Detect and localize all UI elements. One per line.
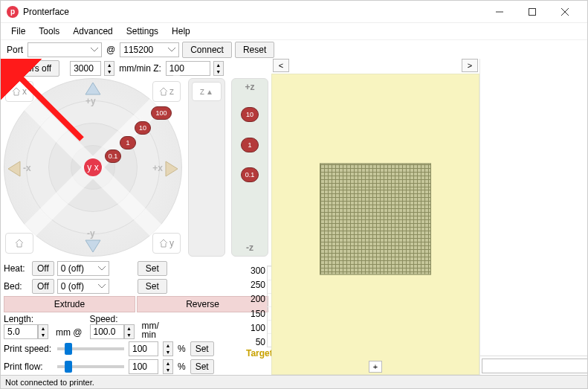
dist-1[interactable]: 1 bbox=[120, 136, 136, 150]
print-speed-input[interactable] bbox=[129, 341, 158, 356]
plus-x-arrow-icon bbox=[163, 160, 179, 178]
heat-label: Heat: bbox=[4, 263, 29, 274]
z-control-column[interactable]: +z 10 1 0.1 -z bbox=[231, 78, 268, 257]
plus-y-arrow-icon bbox=[84, 81, 102, 97]
svg-rect-1 bbox=[529, 8, 536, 15]
statusbar: Not connected to printer. bbox=[1, 375, 587, 388]
minus-y-arrow-icon bbox=[84, 237, 102, 254]
bed-set-button[interactable]: Set bbox=[138, 279, 167, 294]
home-y-button[interactable]: y bbox=[152, 233, 181, 254]
print-speed-spinner[interactable]: ▲▼ bbox=[163, 341, 173, 356]
plus-y-label: +y bbox=[85, 96, 96, 106]
app-icon: p bbox=[7, 6, 19, 18]
z-feedrate-spinner[interactable]: ▲▼ bbox=[213, 61, 224, 76]
plus-x-label: +x bbox=[152, 163, 163, 173]
layer-next-button[interactable]: > bbox=[462, 59, 478, 72]
length-input[interactable] bbox=[4, 324, 38, 339]
print-speed-slider[interactable] bbox=[57, 347, 124, 350]
home-z-button[interactable]: z bbox=[152, 81, 181, 102]
z-indicator-column: z▲ bbox=[188, 78, 225, 257]
heat-set-button[interactable]: Set bbox=[138, 261, 167, 276]
print-speed-set[interactable]: Set bbox=[190, 341, 214, 356]
minus-z-label: -z bbox=[246, 242, 253, 253]
speed-label: Speed: bbox=[90, 314, 135, 324]
motors-off-button[interactable]: Motors off bbox=[4, 60, 59, 77]
print-flow-input[interactable] bbox=[129, 359, 158, 374]
at-label: @ bbox=[105, 45, 117, 55]
print-flow-set[interactable]: Set bbox=[190, 359, 214, 374]
minus-x-label: -x bbox=[23, 163, 31, 173]
xy-feedrate-input[interactable] bbox=[70, 61, 101, 76]
z-d0-1[interactable]: 0.1 bbox=[241, 167, 259, 182]
console: Send ▲ ▼ bbox=[479, 59, 587, 375]
pct-label-1: % bbox=[178, 344, 186, 354]
speed-spinner[interactable]: ▲▼ bbox=[124, 324, 135, 339]
menu-file[interactable]: File bbox=[5, 25, 31, 38]
minus-x-arrow-icon bbox=[7, 160, 23, 178]
port-label: Port bbox=[5, 45, 25, 55]
connection-toolbar: Port @ 115200 Connect Reset bbox=[1, 39, 587, 59]
bed-off-button[interactable]: Off bbox=[32, 279, 54, 294]
menubar: File Tools Advanced Settings Help bbox=[1, 23, 587, 39]
menu-advanced[interactable]: Advanced bbox=[67, 25, 118, 38]
print-flow-spinner[interactable]: ▲▼ bbox=[163, 359, 173, 374]
baud-select[interactable]: 115200 bbox=[120, 42, 179, 57]
print-flow-slider[interactable] bbox=[57, 365, 124, 368]
titlebar: p Pronterface bbox=[1, 1, 587, 23]
z-d10[interactable]: 10 bbox=[241, 107, 259, 122]
maximize-button[interactable] bbox=[516, 1, 549, 22]
z-d1[interactable]: 1 bbox=[241, 138, 259, 152]
reset-button[interactable]: Reset bbox=[235, 42, 274, 58]
bed-label: Bed: bbox=[4, 281, 29, 292]
move-control: x z y +y -y -x +x y x 0.1 1 10 100 z▲ bbox=[4, 78, 268, 259]
dist-10[interactable]: 10 bbox=[135, 121, 151, 135]
xy-pad[interactable]: x z y +y -y -x +x y x 0.1 1 10 100 bbox=[4, 78, 182, 257]
bed-temp-select[interactable]: 0 (off) bbox=[57, 279, 109, 294]
xy-center-icon[interactable]: y x bbox=[84, 158, 102, 176]
menu-tools[interactable]: Tools bbox=[33, 25, 65, 38]
length-label: Length: bbox=[4, 314, 48, 324]
mm-min-label: mm/ min bbox=[142, 321, 159, 339]
connect-button[interactable]: Connect bbox=[182, 42, 232, 58]
z-indicator-home: z▲ bbox=[192, 82, 222, 101]
bed-grid bbox=[320, 163, 431, 274]
close-button[interactable] bbox=[549, 1, 581, 22]
xy-feedrate-spinner[interactable]: ▲▼ bbox=[104, 61, 114, 76]
mm-at-label: mm @ bbox=[56, 327, 83, 339]
home-all-button[interactable] bbox=[5, 233, 33, 254]
print-flow-label: Print flow: bbox=[4, 361, 53, 372]
menu-settings[interactable]: Settings bbox=[120, 25, 164, 38]
mmmin-z-label: mm/min Z: bbox=[117, 63, 163, 74]
right-pane: Load file SD Print Pause Off < > + bbox=[271, 59, 587, 375]
heat-off-button[interactable]: Off bbox=[32, 261, 54, 276]
minus-y-label: -y bbox=[87, 228, 95, 239]
pct-label-2: % bbox=[178, 361, 186, 372]
speed-input[interactable] bbox=[90, 324, 124, 339]
heat-temp-select[interactable]: 0 (off) bbox=[57, 261, 109, 276]
length-spinner[interactable]: ▲▼ bbox=[38, 324, 48, 339]
left-pane: Motors off ▲▼ mm/min Z: ▲▼ x z y +y bbox=[1, 59, 271, 375]
zoom-plus-button[interactable]: + bbox=[369, 361, 382, 373]
plus-z-label: +z bbox=[245, 82, 254, 92]
dist-0-1[interactable]: 0.1 bbox=[105, 150, 121, 163]
home-x-button[interactable]: x bbox=[5, 81, 33, 102]
command-input[interactable] bbox=[482, 359, 587, 373]
minimize-button[interactable] bbox=[483, 1, 516, 22]
window-title: Pronterface bbox=[23, 7, 483, 17]
gcode-preview[interactable]: + bbox=[271, 74, 479, 375]
menu-help[interactable]: Help bbox=[166, 25, 196, 38]
z-feedrate-input[interactable] bbox=[166, 61, 210, 76]
print-speed-label: Print speed: bbox=[4, 344, 53, 354]
extrude-button[interactable]: Extrude bbox=[4, 296, 135, 312]
dist-100[interactable]: 100 bbox=[151, 106, 172, 120]
port-select[interactable] bbox=[28, 42, 102, 57]
layer-prev-button[interactable]: < bbox=[273, 59, 289, 72]
